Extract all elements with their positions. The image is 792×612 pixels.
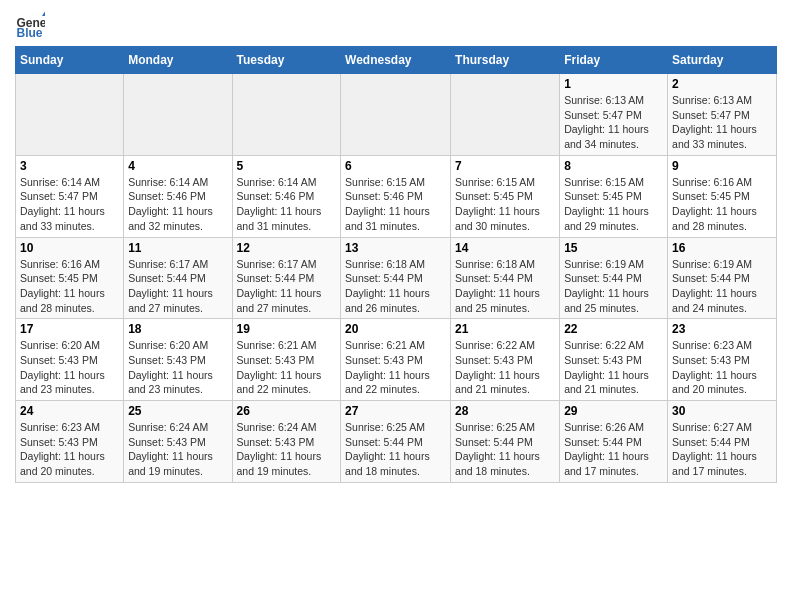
calendar-week-4: 17Sunrise: 6:20 AM Sunset: 5:43 PM Dayli… <box>16 319 777 401</box>
calendar-cell: 4Sunrise: 6:14 AM Sunset: 5:46 PM Daylig… <box>124 155 232 237</box>
day-info: Sunrise: 6:13 AM Sunset: 5:47 PM Dayligh… <box>672 93 772 152</box>
calendar-cell: 28Sunrise: 6:25 AM Sunset: 5:44 PM Dayli… <box>451 401 560 483</box>
calendar-cell: 22Sunrise: 6:22 AM Sunset: 5:43 PM Dayli… <box>560 319 668 401</box>
calendar-body: 1Sunrise: 6:13 AM Sunset: 5:47 PM Daylig… <box>16 74 777 483</box>
calendar-cell: 9Sunrise: 6:16 AM Sunset: 5:45 PM Daylig… <box>668 155 777 237</box>
calendar-cell: 25Sunrise: 6:24 AM Sunset: 5:43 PM Dayli… <box>124 401 232 483</box>
calendar-cell: 29Sunrise: 6:26 AM Sunset: 5:44 PM Dayli… <box>560 401 668 483</box>
calendar-cell: 14Sunrise: 6:18 AM Sunset: 5:44 PM Dayli… <box>451 237 560 319</box>
day-info: Sunrise: 6:22 AM Sunset: 5:43 PM Dayligh… <box>455 338 555 397</box>
calendar-week-2: 3Sunrise: 6:14 AM Sunset: 5:47 PM Daylig… <box>16 155 777 237</box>
calendar-table: SundayMondayTuesdayWednesdayThursdayFrid… <box>15 46 777 483</box>
day-info: Sunrise: 6:25 AM Sunset: 5:44 PM Dayligh… <box>345 420 446 479</box>
calendar-cell: 3Sunrise: 6:14 AM Sunset: 5:47 PM Daylig… <box>16 155 124 237</box>
calendar-cell <box>341 74 451 156</box>
calendar-cell: 10Sunrise: 6:16 AM Sunset: 5:45 PM Dayli… <box>16 237 124 319</box>
calendar-cell <box>124 74 232 156</box>
day-number: 29 <box>564 404 663 418</box>
calendar-week-3: 10Sunrise: 6:16 AM Sunset: 5:45 PM Dayli… <box>16 237 777 319</box>
day-number: 26 <box>237 404 337 418</box>
day-info: Sunrise: 6:14 AM Sunset: 5:47 PM Dayligh… <box>20 175 119 234</box>
calendar-cell: 5Sunrise: 6:14 AM Sunset: 5:46 PM Daylig… <box>232 155 341 237</box>
day-info: Sunrise: 6:19 AM Sunset: 5:44 PM Dayligh… <box>672 257 772 316</box>
day-number: 15 <box>564 241 663 255</box>
day-number: 27 <box>345 404 446 418</box>
day-number: 7 <box>455 159 555 173</box>
header-day-saturday: Saturday <box>668 47 777 74</box>
day-info: Sunrise: 6:15 AM Sunset: 5:45 PM Dayligh… <box>564 175 663 234</box>
day-info: Sunrise: 6:18 AM Sunset: 5:44 PM Dayligh… <box>345 257 446 316</box>
day-info: Sunrise: 6:22 AM Sunset: 5:43 PM Dayligh… <box>564 338 663 397</box>
day-number: 14 <box>455 241 555 255</box>
day-info: Sunrise: 6:15 AM Sunset: 5:45 PM Dayligh… <box>455 175 555 234</box>
calendar-cell: 30Sunrise: 6:27 AM Sunset: 5:44 PM Dayli… <box>668 401 777 483</box>
calendar-cell: 1Sunrise: 6:13 AM Sunset: 5:47 PM Daylig… <box>560 74 668 156</box>
calendar-cell: 15Sunrise: 6:19 AM Sunset: 5:44 PM Dayli… <box>560 237 668 319</box>
day-number: 22 <box>564 322 663 336</box>
calendar-cell: 19Sunrise: 6:21 AM Sunset: 5:43 PM Dayli… <box>232 319 341 401</box>
day-number: 17 <box>20 322 119 336</box>
day-number: 12 <box>237 241 337 255</box>
day-number: 18 <box>128 322 227 336</box>
calendar-cell: 12Sunrise: 6:17 AM Sunset: 5:44 PM Dayli… <box>232 237 341 319</box>
logo-icon: General Blue <box>15 10 45 40</box>
svg-text:Blue: Blue <box>17 26 43 40</box>
calendar-cell: 23Sunrise: 6:23 AM Sunset: 5:43 PM Dayli… <box>668 319 777 401</box>
day-info: Sunrise: 6:21 AM Sunset: 5:43 PM Dayligh… <box>237 338 337 397</box>
day-info: Sunrise: 6:14 AM Sunset: 5:46 PM Dayligh… <box>237 175 337 234</box>
day-info: Sunrise: 6:26 AM Sunset: 5:44 PM Dayligh… <box>564 420 663 479</box>
calendar-cell: 8Sunrise: 6:15 AM Sunset: 5:45 PM Daylig… <box>560 155 668 237</box>
day-number: 8 <box>564 159 663 173</box>
day-info: Sunrise: 6:20 AM Sunset: 5:43 PM Dayligh… <box>128 338 227 397</box>
calendar-cell: 18Sunrise: 6:20 AM Sunset: 5:43 PM Dayli… <box>124 319 232 401</box>
day-number: 5 <box>237 159 337 173</box>
day-number: 30 <box>672 404 772 418</box>
calendar-header-row: SundayMondayTuesdayWednesdayThursdayFrid… <box>16 47 777 74</box>
day-number: 13 <box>345 241 446 255</box>
day-info: Sunrise: 6:16 AM Sunset: 5:45 PM Dayligh… <box>672 175 772 234</box>
day-number: 2 <box>672 77 772 91</box>
calendar-cell: 2Sunrise: 6:13 AM Sunset: 5:47 PM Daylig… <box>668 74 777 156</box>
calendar-cell: 26Sunrise: 6:24 AM Sunset: 5:43 PM Dayli… <box>232 401 341 483</box>
day-number: 21 <box>455 322 555 336</box>
day-number: 10 <box>20 241 119 255</box>
day-info: Sunrise: 6:23 AM Sunset: 5:43 PM Dayligh… <box>672 338 772 397</box>
day-info: Sunrise: 6:24 AM Sunset: 5:43 PM Dayligh… <box>128 420 227 479</box>
day-number: 1 <box>564 77 663 91</box>
day-info: Sunrise: 6:19 AM Sunset: 5:44 PM Dayligh… <box>564 257 663 316</box>
day-info: Sunrise: 6:20 AM Sunset: 5:43 PM Dayligh… <box>20 338 119 397</box>
calendar-cell <box>451 74 560 156</box>
calendar-week-5: 24Sunrise: 6:23 AM Sunset: 5:43 PM Dayli… <box>16 401 777 483</box>
calendar-week-1: 1Sunrise: 6:13 AM Sunset: 5:47 PM Daylig… <box>16 74 777 156</box>
calendar-cell: 20Sunrise: 6:21 AM Sunset: 5:43 PM Dayli… <box>341 319 451 401</box>
day-info: Sunrise: 6:27 AM Sunset: 5:44 PM Dayligh… <box>672 420 772 479</box>
day-info: Sunrise: 6:24 AM Sunset: 5:43 PM Dayligh… <box>237 420 337 479</box>
day-info: Sunrise: 6:18 AM Sunset: 5:44 PM Dayligh… <box>455 257 555 316</box>
calendar-cell: 17Sunrise: 6:20 AM Sunset: 5:43 PM Dayli… <box>16 319 124 401</box>
day-info: Sunrise: 6:17 AM Sunset: 5:44 PM Dayligh… <box>237 257 337 316</box>
page-header: General Blue <box>15 10 777 40</box>
day-number: 19 <box>237 322 337 336</box>
day-number: 28 <box>455 404 555 418</box>
day-info: Sunrise: 6:15 AM Sunset: 5:46 PM Dayligh… <box>345 175 446 234</box>
day-info: Sunrise: 6:16 AM Sunset: 5:45 PM Dayligh… <box>20 257 119 316</box>
day-number: 6 <box>345 159 446 173</box>
svg-marker-2 <box>42 12 45 17</box>
logo: General Blue <box>15 10 49 40</box>
calendar-cell: 7Sunrise: 6:15 AM Sunset: 5:45 PM Daylig… <box>451 155 560 237</box>
header-day-monday: Monday <box>124 47 232 74</box>
day-number: 25 <box>128 404 227 418</box>
day-number: 4 <box>128 159 227 173</box>
day-number: 23 <box>672 322 772 336</box>
calendar-cell <box>16 74 124 156</box>
calendar-cell: 13Sunrise: 6:18 AM Sunset: 5:44 PM Dayli… <box>341 237 451 319</box>
header-day-sunday: Sunday <box>16 47 124 74</box>
calendar-cell: 6Sunrise: 6:15 AM Sunset: 5:46 PM Daylig… <box>341 155 451 237</box>
header-day-friday: Friday <box>560 47 668 74</box>
calendar-cell: 27Sunrise: 6:25 AM Sunset: 5:44 PM Dayli… <box>341 401 451 483</box>
calendar-cell: 11Sunrise: 6:17 AM Sunset: 5:44 PM Dayli… <box>124 237 232 319</box>
day-number: 16 <box>672 241 772 255</box>
calendar-cell: 24Sunrise: 6:23 AM Sunset: 5:43 PM Dayli… <box>16 401 124 483</box>
header-day-wednesday: Wednesday <box>341 47 451 74</box>
day-info: Sunrise: 6:23 AM Sunset: 5:43 PM Dayligh… <box>20 420 119 479</box>
